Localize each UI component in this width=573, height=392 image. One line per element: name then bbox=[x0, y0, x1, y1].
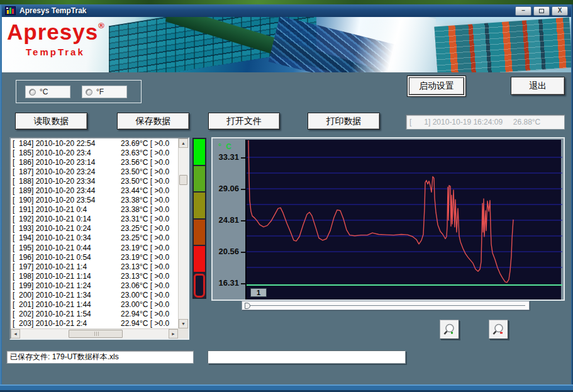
list-item[interactable]: [ 196] 2010-10-21 0:5423.19°C [ >0.0 bbox=[11, 252, 178, 262]
list-item[interactable]: [ 190] 2010-10-20 23:5423.38°C [ >0.0 bbox=[11, 196, 178, 205]
data-list-rows[interactable]: [ 184] 2010-10-20 22:5423.69°C [ >0.0[ 1… bbox=[11, 138, 178, 328]
exit-button[interactable]: 退出 bbox=[511, 77, 565, 95]
list-item[interactable]: [ 201] 2010-10-21 1:4423.00°C [ >0.0 bbox=[11, 300, 178, 310]
radio-celsius-label: °C bbox=[40, 87, 48, 96]
product-name: TempTrak bbox=[26, 47, 104, 57]
scroll-down-button[interactable]: ▼ bbox=[179, 319, 188, 328]
zoom-out-button[interactable] bbox=[489, 320, 508, 339]
radio-celsius[interactable]: °C bbox=[25, 86, 70, 98]
vertical-scrollbar[interactable]: ▲ ▼ bbox=[178, 138, 188, 328]
port-containers-image bbox=[434, 18, 571, 72]
app-window: Apresys TempTrak – X Apresys® TempTrak °… bbox=[0, 0, 573, 392]
list-item[interactable]: [ 200] 2010-10-21 1:3423.00°C [ >0.0 bbox=[11, 291, 178, 300]
list-item[interactable]: [ 186] 2010-10-20 23:1423.56°C [ >0.0 bbox=[11, 157, 178, 167]
y-tick-label: 24.81 bbox=[218, 215, 239, 225]
start-setup-button[interactable]: 启动设置 bbox=[409, 77, 464, 95]
read-data-button[interactable]: 读取数据 bbox=[15, 113, 87, 130]
list-item[interactable]: [ 191] 2010-10-21 0:423.38°C [ >0.0 bbox=[11, 205, 178, 215]
list-item[interactable]: [ 203] 2010-10-21 2:422.94°C [ >0.0 bbox=[11, 319, 178, 328]
list-item[interactable]: [ 185] 2010-10-20 23:423.63°C [ >0.0 bbox=[11, 148, 178, 157]
radio-fahrenheit-icon[interactable] bbox=[86, 89, 92, 96]
color-scale-segments bbox=[194, 139, 205, 272]
progress-bar bbox=[208, 350, 406, 364]
vertical-scroll-thumb[interactable] bbox=[179, 175, 187, 185]
radio-fahrenheit[interactable]: °F bbox=[82, 86, 127, 98]
y-axis-unit-label: ° C bbox=[218, 142, 233, 151]
scroll-right-button[interactable]: ► bbox=[169, 329, 178, 339]
list-item[interactable]: [ 198] 2010-10-21 1:1423.13°C [ >0.0 bbox=[11, 271, 178, 281]
slider-thumb[interactable] bbox=[245, 303, 250, 309]
saved-file-field: 已保存文件: 179-UT数据样本.xls bbox=[6, 350, 194, 364]
first-record-field[interactable]: [ 1] 2010-10-19 16:24:09 26.88°C bbox=[406, 115, 565, 130]
scroll-up-button[interactable]: ▲ bbox=[179, 138, 188, 148]
scroll-right-icon: ► bbox=[171, 332, 175, 336]
open-file-button[interactable]: 打开文件 bbox=[208, 113, 280, 130]
window-title: Apresys TempTrak bbox=[19, 6, 87, 15]
data-list[interactable]: [ 184] 2010-10-20 22:5423.69°C [ >0.0[ 1… bbox=[9, 137, 189, 340]
y-tick-mark bbox=[241, 220, 245, 221]
minimize-button[interactable]: – bbox=[515, 6, 531, 16]
zoom-in-icon bbox=[443, 323, 457, 337]
chart-plot[interactable]: 1 bbox=[245, 140, 561, 300]
list-item[interactable]: [ 184] 2010-10-20 22:5423.69°C [ >0.0 bbox=[11, 138, 178, 148]
list-item[interactable]: [ 194] 2010-10-21 0:3423.25°C [ >0.0 bbox=[11, 233, 178, 243]
window-border-bottom bbox=[0, 384, 573, 392]
horizontal-scroll-thumb[interactable] bbox=[69, 330, 123, 338]
temperature-color-scale bbox=[192, 138, 206, 299]
desktop-wallpaper-strip bbox=[0, 0, 573, 4]
list-item[interactable]: [ 202] 2010-10-21 1:5422.94°C [ >0.0 bbox=[11, 310, 178, 319]
list-item[interactable]: [ 197] 2010-10-21 1:423.13°C [ >0.0 bbox=[11, 262, 178, 271]
brand-name: Apresys bbox=[7, 20, 98, 44]
y-axis: ° C 33.3129.0624.8120.5616.31 bbox=[213, 138, 245, 300]
zoom-out-icon bbox=[492, 323, 506, 337]
maximize-button[interactable] bbox=[533, 6, 550, 16]
chart-panel: ° C 33.3129.0624.8120.5616.31 1 bbox=[211, 137, 565, 301]
list-item[interactable]: [ 193] 2010-10-21 0:2423.25°C [ >0.0 bbox=[11, 224, 178, 233]
chart-position-slider[interactable] bbox=[242, 301, 530, 310]
list-item[interactable]: [ 189] 2010-10-20 23:4423.44°C [ >0.0 bbox=[11, 186, 178, 195]
scroll-down-icon: ▼ bbox=[181, 322, 186, 326]
color-scale-segment bbox=[194, 166, 205, 192]
y-tick-label: 33.31 bbox=[218, 152, 239, 162]
thermometer-bulb-icon bbox=[194, 274, 205, 298]
scroll-left-icon: ◄ bbox=[13, 332, 18, 336]
color-scale-segment bbox=[194, 139, 205, 165]
radio-celsius-icon[interactable] bbox=[29, 89, 36, 96]
slider-groove bbox=[246, 305, 525, 306]
list-item[interactable]: [ 195] 2010-10-21 0:4423.19°C [ >0.0 bbox=[11, 243, 178, 252]
y-tick-mark bbox=[241, 157, 245, 159]
y-tick-mark bbox=[241, 189, 245, 190]
horizontal-scrollbar[interactable]: ◄ ► bbox=[11, 328, 178, 339]
y-tick-label: 29.06 bbox=[218, 184, 239, 193]
color-scale-segment bbox=[194, 193, 205, 218]
print-data-button[interactable]: 打印数据 bbox=[308, 113, 380, 130]
y-tick-label: 20.56 bbox=[218, 247, 239, 256]
light-streak bbox=[349, 17, 447, 72]
y-tick-label: 16.31 bbox=[218, 278, 239, 288]
unit-groupbox: °C °F bbox=[16, 80, 142, 103]
scrollbar-corner bbox=[178, 328, 188, 339]
maximize-icon bbox=[539, 9, 544, 13]
chart-svg bbox=[247, 140, 562, 300]
save-data-button[interactable]: 保存数据 bbox=[117, 113, 189, 130]
y-tick-mark bbox=[241, 283, 245, 284]
list-item[interactable]: [ 199] 2010-10-21 1:2423.06°C [ >0.0 bbox=[11, 281, 178, 290]
banner: Apresys® TempTrak bbox=[2, 17, 571, 72]
color-scale-segment bbox=[194, 220, 205, 245]
y-tick-mark bbox=[241, 252, 245, 253]
list-item[interactable]: [ 188] 2010-10-20 23:3423.50°C [ >0.0 bbox=[11, 176, 178, 186]
temperature-line bbox=[248, 140, 513, 283]
list-item[interactable]: [ 192] 2010-10-21 0:1423.31°C [ >0.0 bbox=[11, 215, 178, 224]
zoom-in-button[interactable] bbox=[440, 320, 459, 339]
brand-logo: Apresys® TempTrak bbox=[7, 21, 104, 57]
color-scale-segment bbox=[194, 246, 205, 272]
x-tick-label: 1 bbox=[250, 288, 267, 297]
minimize-icon: – bbox=[521, 8, 525, 14]
titlebar[interactable]: Apresys TempTrak – X bbox=[2, 4, 571, 17]
scroll-left-button[interactable]: ◄ bbox=[11, 329, 20, 339]
list-item[interactable]: [ 187] 2010-10-20 23:2423.50°C [ >0.0 bbox=[11, 167, 178, 176]
app-icon bbox=[5, 6, 16, 15]
close-button[interactable]: X bbox=[552, 6, 568, 16]
registered-mark: ® bbox=[98, 21, 104, 30]
close-icon: X bbox=[558, 8, 562, 14]
